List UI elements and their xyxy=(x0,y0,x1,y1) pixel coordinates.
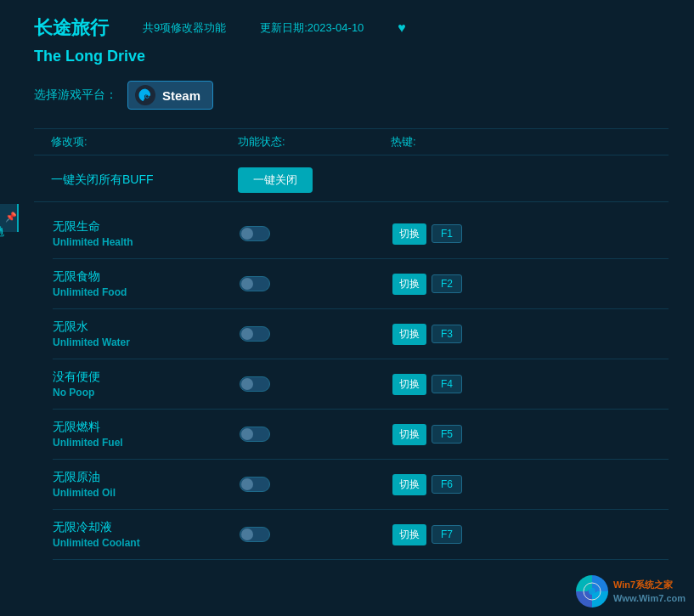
hotkey-key-btn-4[interactable]: F5 xyxy=(432,425,462,444)
steam-text: Steam xyxy=(162,88,200,103)
mod-toggle-area-4 xyxy=(240,427,392,442)
mod-hotkey-area-1: 切换 F2 xyxy=(392,274,528,295)
watermark-line2: Www.Wim7.com xyxy=(613,591,686,606)
mod-row: 无限燃料 Unlimited Fuel 切换 F5 xyxy=(53,410,669,460)
pin-icon: 📌 xyxy=(6,211,17,222)
svg-point-3 xyxy=(589,588,595,595)
hotkey-key-btn-2[interactable]: F3 xyxy=(432,325,462,343)
mod-toggle-area-3 xyxy=(240,376,392,392)
toggle-switch-3[interactable] xyxy=(240,376,270,392)
toggle-knob-4 xyxy=(241,428,253,440)
toggle-switch-4[interactable] xyxy=(240,427,270,442)
column-headers: 修改项: 功能状态: 热键: xyxy=(34,128,669,155)
platform-label: 选择游戏平台： xyxy=(34,88,117,103)
toggle-switch-5[interactable] xyxy=(240,477,270,492)
mod-hotkey-area-3: 切换 F4 xyxy=(392,374,528,395)
platform-row: 选择游戏平台： Steam xyxy=(34,81,669,110)
mod-hotkey-area-2: 切换 F3 xyxy=(392,324,528,345)
toggle-knob-3 xyxy=(241,378,253,390)
watermark-line1: Win7系统之家 xyxy=(613,578,686,592)
mod-hotkey-area-0: 切换 F1 xyxy=(392,223,528,245)
mod-name-cn-4: 无限燃料 xyxy=(53,420,240,435)
mod-name-en-4: Unlimited Fuel xyxy=(53,437,240,449)
heart-icon[interactable]: ♥ xyxy=(398,20,406,36)
hotkey-switch-btn-1[interactable]: 切换 xyxy=(392,274,426,295)
steam-button[interactable]: Steam xyxy=(127,81,213,110)
hotkey-key-btn-3[interactable]: F4 xyxy=(432,375,462,393)
col-modify-header: 修改项: xyxy=(51,134,238,150)
hotkey-key-btn-6[interactable]: F7 xyxy=(432,525,462,544)
toggle-knob-1 xyxy=(241,278,253,290)
mod-name-cn-2: 无限水 xyxy=(53,319,240,335)
toggle-knob-5 xyxy=(241,478,253,490)
toggle-knob-0 xyxy=(241,228,253,240)
mod-toggle-area-0 xyxy=(240,226,392,241)
mod-toggle-area-5 xyxy=(240,477,392,492)
mod-toggle-area-6 xyxy=(240,527,392,542)
mod-name-en-3: No Poop xyxy=(53,387,240,398)
update-date: 更新日期:2023-04-10 xyxy=(260,20,364,36)
mod-name-cn-3: 没有便便 xyxy=(53,370,240,385)
mod-name-cn-6: 无限冷却液 xyxy=(53,520,240,535)
hotkey-key-btn-5[interactable]: F6 xyxy=(432,475,462,494)
mod-row: 无限食物 Unlimited Food 切换 F2 xyxy=(53,259,669,309)
mod-toggle-area-1 xyxy=(240,276,392,291)
mod-name-6: 无限冷却液 Unlimited Coolant xyxy=(53,520,240,549)
mod-hotkey-area-4: 切换 F5 xyxy=(392,424,528,445)
hotkey-switch-btn-6[interactable]: 切换 xyxy=(392,524,426,545)
watermark-logo-icon xyxy=(576,575,608,608)
sidebar-label: 角色 xyxy=(0,217,6,220)
hotkey-switch-btn-0[interactable]: 切换 xyxy=(392,223,426,245)
hotkey-switch-btn-2[interactable]: 切换 xyxy=(392,324,426,345)
mod-name-cn-1: 无限食物 xyxy=(53,269,240,285)
mod-hotkey-area-6: 切换 F7 xyxy=(392,524,528,545)
mod-row: 无限冷却液 Unlimited Coolant 切换 F7 xyxy=(53,510,669,560)
svg-point-1 xyxy=(145,95,149,99)
hotkey-switch-btn-5[interactable]: 切换 xyxy=(392,474,426,495)
mod-row: 无限水 Unlimited Water 切换 F3 xyxy=(53,309,669,359)
mod-name-en-2: Unlimited Water xyxy=(53,336,240,348)
mod-name-3: 没有便便 No Poop xyxy=(53,370,240,398)
mod-name-en-1: Unlimited Food xyxy=(53,286,240,298)
one-key-row: 一键关闭所有BUFF 一键关闭 xyxy=(34,159,669,202)
watermark-text: Win7系统之家 Www.Wim7.com xyxy=(613,578,686,606)
toggle-switch-0[interactable] xyxy=(240,226,270,241)
mod-name-cn-0: 无限生命 xyxy=(53,219,240,235)
hotkey-key-btn-0[interactable]: F1 xyxy=(432,224,462,243)
col-status-header: 功能状态: xyxy=(238,134,391,150)
header: 长途旅行 共9项修改器功能 更新日期:2023-04-10 ♥ xyxy=(34,15,669,41)
hotkey-switch-btn-4[interactable]: 切换 xyxy=(392,424,426,445)
mod-name-cn-5: 无限原油 xyxy=(53,470,240,485)
toggle-knob-6 xyxy=(241,528,253,540)
mod-name-en-6: Unlimited Coolant xyxy=(53,537,240,549)
one-key-btn-area: 一键关闭 xyxy=(238,167,391,193)
main-container: 长途旅行 共9项修改器功能 更新日期:2023-04-10 ♥ The Long… xyxy=(0,0,694,575)
watermark: Win7系统之家 Www.Wim7.com xyxy=(576,575,686,608)
toggle-switch-2[interactable] xyxy=(240,326,270,342)
game-title-en: The Long Drive xyxy=(34,48,669,65)
mod-name-5: 无限原油 Unlimited Oil xyxy=(53,470,240,499)
game-title-cn: 长途旅行 xyxy=(34,15,109,41)
hotkey-key-btn-1[interactable]: F2 xyxy=(432,274,462,293)
mod-hotkey-area-5: 切换 F6 xyxy=(392,474,528,495)
mod-name-en-5: Unlimited Oil xyxy=(53,487,240,499)
one-key-button[interactable]: 一键关闭 xyxy=(238,167,313,193)
toggle-switch-6[interactable] xyxy=(240,527,270,542)
mod-name-0: 无限生命 Unlimited Health xyxy=(53,219,240,248)
mod-list: 无限生命 Unlimited Health 切换 F1 无限食物 Unlimit… xyxy=(34,209,669,560)
col-hotkey-header: 热键: xyxy=(391,134,527,150)
one-key-label: 一键关闭所有BUFF xyxy=(51,172,238,188)
mod-name-1: 无限食物 Unlimited Food xyxy=(53,269,240,298)
mod-name-2: 无限水 Unlimited Water xyxy=(53,319,240,348)
hotkey-switch-btn-3[interactable]: 切换 xyxy=(392,374,426,395)
mod-row: 无限原油 Unlimited Oil 切换 F6 xyxy=(53,460,669,510)
toggle-knob-2 xyxy=(241,328,253,340)
toggle-switch-1[interactable] xyxy=(240,276,270,291)
sidebar: 📌 角色 xyxy=(0,204,19,232)
mod-toggle-area-2 xyxy=(240,326,392,342)
header-meta: 共9项修改器功能 更新日期:2023-04-10 ♥ xyxy=(143,20,406,36)
mod-row: 无限生命 Unlimited Health 切换 F1 xyxy=(53,209,669,259)
mod-row: 没有便便 No Poop 切换 F4 xyxy=(53,359,669,410)
mod-name-4: 无限燃料 Unlimited Fuel xyxy=(53,420,240,449)
steam-logo-icon xyxy=(135,85,155,105)
